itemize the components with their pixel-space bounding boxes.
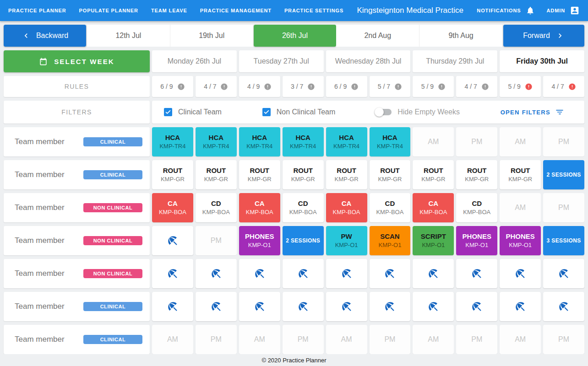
shift-cell[interactable]: CDKMP-BOA: [196, 193, 237, 222]
nav-item-team-leave[interactable]: TEAM LEAVE: [151, 8, 187, 13]
team-member-row[interactable]: Team memberCLINICAL: [4, 325, 150, 354]
empty-slot-cell[interactable]: PM: [370, 325, 411, 354]
leave-cell[interactable]: [500, 292, 541, 321]
open-filters-button[interactable]: OPEN FILTERS: [501, 108, 564, 117]
shift-cell[interactable]: ROUTKMP-GR: [283, 160, 324, 189]
empty-slot-cell[interactable]: PM: [543, 127, 584, 156]
week-tab-26th-jul[interactable]: 26th Jul: [254, 25, 337, 47]
clinical-team-checkbox[interactable]: [164, 108, 172, 116]
shift-cell[interactable]: ROUTKMP-GR: [500, 160, 541, 189]
shift-cell[interactable]: CAKMP-BOA: [152, 193, 193, 222]
shift-cell[interactable]: HCAKMP-TR4: [196, 127, 237, 156]
leave-cell[interactable]: [196, 292, 237, 321]
team-member-row[interactable]: Team memberCLINICAL: [4, 127, 150, 156]
notifications-button[interactable]: NOTIFICATIONS: [477, 6, 534, 15]
leave-cell[interactable]: [283, 292, 324, 321]
rule-count-cell[interactable]: 4 / 7: [456, 76, 497, 97]
nav-item-populate-planner[interactable]: POPULATE PLANNER: [79, 8, 138, 13]
shift-cell[interactable]: SCRIPTKMP-O1: [413, 226, 454, 255]
empty-slot-cell[interactable]: AM: [500, 193, 541, 222]
rule-count-cell[interactable]: 5 / 9: [413, 76, 454, 97]
shift-cell[interactable]: HCAKMP-TR4: [283, 127, 324, 156]
leave-cell[interactable]: [370, 259, 411, 288]
shift-cell[interactable]: PWKMP-O1: [326, 226, 367, 255]
nav-item-practice-management[interactable]: PRACTICE MANAGEMENT: [200, 8, 272, 13]
shift-cell[interactable]: ROUTKMP-GR: [413, 160, 454, 189]
rule-count-cell[interactable]: 5 / 9: [500, 76, 541, 97]
empty-slot-cell[interactable]: PM: [456, 127, 497, 156]
shift-cell[interactable]: HCAKMP-TR4: [239, 127, 280, 156]
hide-empty-weeks-filter[interactable]: Hide Empty Weeks: [376, 108, 460, 116]
shift-cell[interactable]: HCAKMP-TR4: [326, 127, 367, 156]
forward-button[interactable]: Forward: [503, 25, 584, 47]
shift-cell[interactable]: ROUTKMP-GR: [456, 160, 497, 189]
leave-cell[interactable]: [500, 259, 541, 288]
leave-cell[interactable]: [543, 259, 584, 288]
select-week-button[interactable]: SELECT WEEK: [4, 50, 150, 72]
rule-count-cell[interactable]: 3 / 7: [283, 76, 324, 97]
shift-cell[interactable]: HCAKMP-TR4: [370, 127, 411, 156]
shift-cell[interactable]: PHONESKMP-O1: [500, 226, 541, 255]
empty-slot-cell[interactable]: PM: [456, 325, 497, 354]
shift-cell[interactable]: ROUTKMP-GR: [326, 160, 367, 189]
sessions-cell[interactable]: 3 SESSIONS: [543, 226, 584, 255]
rule-count-cell[interactable]: 4 / 7: [543, 76, 584, 97]
leave-cell[interactable]: [196, 259, 237, 288]
leave-cell[interactable]: [152, 292, 193, 321]
leave-cell[interactable]: [326, 259, 367, 288]
sessions-cell[interactable]: 2 SESSIONS: [283, 226, 324, 255]
empty-slot-cell[interactable]: PM: [196, 226, 237, 255]
leave-cell[interactable]: [152, 259, 193, 288]
rule-count-cell[interactable]: 6 / 9: [152, 76, 193, 97]
empty-slot-cell[interactable]: PM: [543, 193, 584, 222]
week-tab-12th-jul[interactable]: 12th Jul: [87, 25, 170, 47]
admin-button[interactable]: ADMIN: [547, 5, 580, 16]
rule-count-cell[interactable]: 4 / 9: [239, 76, 280, 97]
leave-cell[interactable]: [413, 259, 454, 288]
shift-cell[interactable]: CDKMP-BOA: [370, 193, 411, 222]
empty-slot-cell[interactable]: PM: [196, 325, 237, 354]
empty-slot-cell[interactable]: PM: [283, 325, 324, 354]
leave-cell[interactable]: [543, 292, 584, 321]
nav-item-practice-settings[interactable]: PRACTICE SETTINGS: [284, 8, 343, 13]
leave-cell[interactable]: [239, 259, 280, 288]
shift-cell[interactable]: ROUTKMP-GR: [370, 160, 411, 189]
empty-slot-cell[interactable]: AM: [239, 325, 280, 354]
clinical-team-filter[interactable]: Clinical Team: [164, 108, 222, 116]
empty-slot-cell[interactable]: AM: [152, 325, 193, 354]
sessions-cell[interactable]: 2 SESSIONS: [543, 160, 584, 189]
hide-empty-weeks-toggle[interactable]: [376, 109, 392, 115]
shift-cell[interactable]: CAKMP-BOA: [413, 193, 454, 222]
empty-slot-cell[interactable]: AM: [326, 325, 367, 354]
leave-cell[interactable]: [456, 259, 497, 288]
empty-slot-cell[interactable]: AM: [413, 127, 454, 156]
empty-slot-cell[interactable]: AM: [413, 325, 454, 354]
empty-slot-cell[interactable]: PM: [543, 325, 584, 354]
leave-cell[interactable]: [413, 292, 454, 321]
backward-button[interactable]: Backward: [4, 25, 86, 47]
team-member-row[interactable]: Team memberCLINICAL: [4, 292, 150, 321]
shift-cell[interactable]: CDKMP-BOA: [456, 193, 497, 222]
team-member-row[interactable]: Team memberNON CLINICAL: [4, 226, 150, 255]
leave-cell[interactable]: [152, 226, 193, 255]
shift-cell[interactable]: PHONESKMP-O1: [239, 226, 280, 255]
shift-cell[interactable]: SCANKMP-O1: [370, 226, 411, 255]
shift-cell[interactable]: PHONESKMP-O1: [456, 226, 497, 255]
empty-slot-cell[interactable]: AM: [500, 127, 541, 156]
rule-count-cell[interactable]: 4 / 7: [196, 76, 237, 97]
shift-cell[interactable]: CAKMP-BOA: [239, 193, 280, 222]
shift-cell[interactable]: ROUTKMP-GR: [196, 160, 237, 189]
shift-cell[interactable]: HCAKMP-TR4: [152, 127, 193, 156]
week-tab-19th-jul[interactable]: 19th Jul: [170, 25, 254, 47]
shift-cell[interactable]: CAKMP-BOA: [326, 193, 367, 222]
team-member-row[interactable]: Team memberNON CLINICAL: [4, 193, 150, 222]
week-tab-9th-aug[interactable]: 9th Aug: [419, 25, 502, 47]
leave-cell[interactable]: [283, 259, 324, 288]
week-tab-2nd-aug[interactable]: 2nd Aug: [336, 25, 419, 47]
shift-cell[interactable]: CDKMP-BOA: [283, 193, 324, 222]
nav-item-practice-planner[interactable]: PRACTICE PLANNER: [8, 8, 66, 13]
team-member-row[interactable]: Team memberCLINICAL: [4, 160, 150, 189]
shift-cell[interactable]: ROUTKMP-GR: [239, 160, 280, 189]
non-clinical-team-checkbox[interactable]: [262, 108, 271, 116]
empty-slot-cell[interactable]: AM: [500, 325, 541, 354]
